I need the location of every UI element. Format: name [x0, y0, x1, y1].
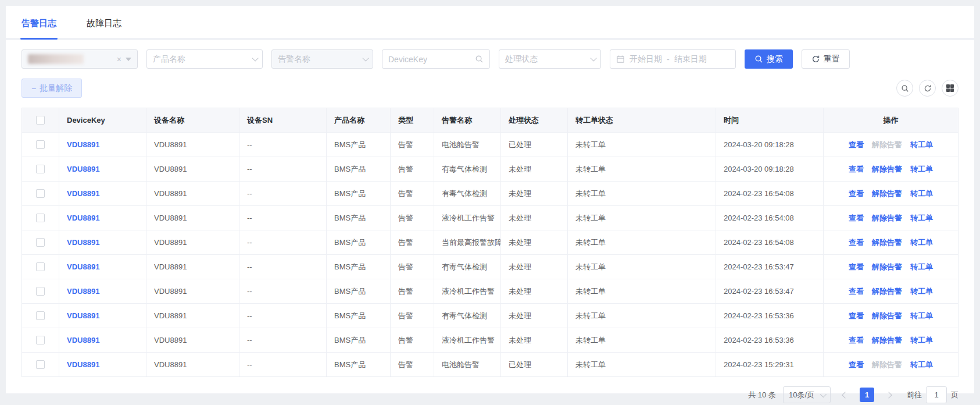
row-checkbox[interactable] — [36, 287, 45, 296]
row-checkbox[interactable] — [36, 360, 45, 369]
calendar-icon — [616, 55, 625, 63]
row-checkbox[interactable] — [36, 336, 45, 344]
ticket-link[interactable]: 转工单 — [910, 164, 933, 175]
view-link[interactable]: 查看 — [849, 286, 864, 297]
column-settings-button[interactable] — [942, 80, 958, 97]
ticket-link[interactable]: 转工单 — [910, 237, 933, 248]
dismiss-alarm-link[interactable]: 解除告警 — [872, 189, 902, 199]
select-all-checkbox[interactable] — [36, 116, 45, 125]
ticket-status-cell: 未转工单 — [568, 157, 716, 181]
chevron-down-icon — [252, 55, 258, 61]
view-link[interactable]: 查看 — [849, 335, 864, 346]
ticket-link[interactable]: 转工单 — [910, 189, 933, 199]
row-checkbox[interactable] — [36, 214, 45, 222]
process-status-cell: 已处理 — [501, 133, 568, 157]
ticket-link[interactable]: 转工单 — [910, 140, 933, 150]
header-ticket-status: 转工单状态 — [568, 108, 716, 132]
dismiss-alarm-link[interactable]: 解除告警 — [872, 335, 902, 346]
row-checkbox[interactable] — [36, 189, 45, 198]
type-cell: 告警 — [391, 230, 434, 254]
device-sn-cell: -- — [239, 133, 327, 157]
dismiss-alarm-link[interactable]: 解除告警 — [872, 213, 902, 223]
page-size-select[interactable]: 10条/页 — [783, 386, 831, 403]
view-link[interactable]: 查看 — [849, 237, 864, 248]
product-name-cell: BMS产品 — [327, 182, 391, 205]
process-status-cell: 未处理 — [501, 206, 568, 230]
clear-icon[interactable]: × — [117, 55, 121, 63]
devicekey-link[interactable]: VDU8891 — [67, 336, 99, 344]
product-name-select[interactable]: 产品名称 — [146, 49, 263, 69]
view-link[interactable]: 查看 — [849, 262, 864, 272]
devicekey-link[interactable]: VDU8891 — [67, 287, 99, 296]
view-link[interactable]: 查看 — [849, 311, 864, 321]
tab-fault-log[interactable]: 故障日志 — [87, 18, 121, 38]
devicekey-link[interactable]: VDU8891 — [67, 214, 99, 222]
row-checkbox[interactable] — [36, 311, 45, 320]
page-button-1[interactable]: 1 — [860, 388, 874, 402]
search-button[interactable]: 搜索 — [745, 49, 793, 69]
dismiss-alarm-link[interactable]: 解除告警 — [872, 164, 902, 175]
device-sn-cell: -- — [239, 279, 327, 303]
devicekey-link[interactable]: VDU8891 — [67, 360, 99, 369]
device-sn-cell: -- — [239, 304, 327, 328]
ticket-link[interactable]: 转工单 — [910, 286, 933, 297]
type-cell: 告警 — [391, 353, 434, 376]
view-link[interactable]: 查看 — [849, 360, 864, 370]
batch-dismiss-button[interactable]: − 批量解除 — [22, 79, 82, 98]
view-link[interactable]: 查看 — [849, 189, 864, 199]
goto-page-input[interactable] — [926, 386, 947, 403]
dismiss-alarm-link[interactable]: 解除告警 — [872, 286, 902, 297]
actions-cell: 查看 解除告警 转工单 — [824, 133, 958, 157]
type-cell: 告警 — [391, 157, 434, 181]
tab-bar: 告警日志 故障日志 — [6, 6, 974, 40]
ticket-link[interactable]: 转工单 — [910, 335, 933, 346]
process-status-cell: 已处理 — [501, 353, 568, 376]
device-name-cell: VDU8891 — [146, 279, 239, 303]
ticket-link[interactable]: 转工单 — [910, 311, 933, 321]
chevron-left-icon — [842, 392, 848, 398]
row-checkbox[interactable] — [36, 262, 45, 271]
dismiss-alarm-link[interactable]: 解除告警 — [872, 262, 902, 272]
ticket-link[interactable]: 转工单 — [910, 262, 933, 272]
dismiss-alarm-link[interactable]: 解除告警 — [872, 311, 902, 321]
process-status-select[interactable]: 处理状态 — [499, 49, 601, 69]
devicekey-link[interactable]: VDU8891 — [67, 262, 99, 271]
grid-icon — [946, 84, 954, 93]
alarm-name-select[interactable]: 告警名称 — [271, 49, 373, 69]
actions-cell: 查看 解除告警 转工单 — [824, 353, 958, 376]
devicekey-link[interactable]: VDU8891 — [67, 189, 99, 198]
type-cell: 告警 — [391, 279, 434, 303]
product-name-cell: BMS产品 — [327, 206, 391, 230]
row-checkbox[interactable] — [36, 140, 45, 149]
date-end-placeholder: 结束日期 — [674, 54, 707, 65]
dismiss-alarm-link[interactable]: 解除告警 — [872, 140, 902, 150]
devicekey-link[interactable]: VDU8891 — [67, 140, 99, 149]
reset-button[interactable]: 重置 — [802, 49, 850, 69]
tab-alarm-log[interactable]: 告警日志 — [22, 18, 56, 38]
refresh-icon — [811, 55, 820, 63]
alarm-name-cell: 电池舱告警 — [434, 133, 501, 157]
ticket-link[interactable]: 转工单 — [910, 360, 933, 370]
devicekey-link[interactable]: VDU8891 — [67, 311, 99, 320]
table-row: VDU8891 VDU8891 -- BMS产品 告警 有毒气体检测 未处理 未… — [22, 255, 958, 279]
actions-cell: 查看 解除告警 转工单 — [824, 328, 958, 352]
device-name-cell: VDU8891 — [146, 328, 239, 352]
ticket-link[interactable]: 转工单 — [910, 213, 933, 223]
date-range-picker[interactable]: 开始日期 - 结束日期 — [610, 49, 736, 69]
table-refresh-button[interactable] — [919, 80, 936, 97]
table-toolbar: − 批量解除 — [22, 79, 958, 98]
devicekey-link[interactable]: VDU8891 — [67, 238, 99, 247]
station-select[interactable]: × — [22, 49, 138, 69]
view-link[interactable]: 查看 — [849, 164, 864, 175]
view-link[interactable]: 查看 — [849, 213, 864, 223]
devicekey-input[interactable] — [388, 55, 464, 64]
row-checkbox[interactable] — [36, 165, 45, 173]
dismiss-alarm-link[interactable]: 解除告警 — [872, 237, 902, 248]
prev-page-button[interactable] — [838, 388, 853, 403]
row-checkbox[interactable] — [36, 238, 45, 247]
view-link[interactable]: 查看 — [849, 140, 864, 150]
dismiss-alarm-link[interactable]: 解除告警 — [872, 360, 902, 370]
table-search-toggle-button[interactable] — [896, 80, 913, 97]
devicekey-link[interactable]: VDU8891 — [67, 165, 99, 173]
next-page-button[interactable] — [881, 388, 896, 403]
